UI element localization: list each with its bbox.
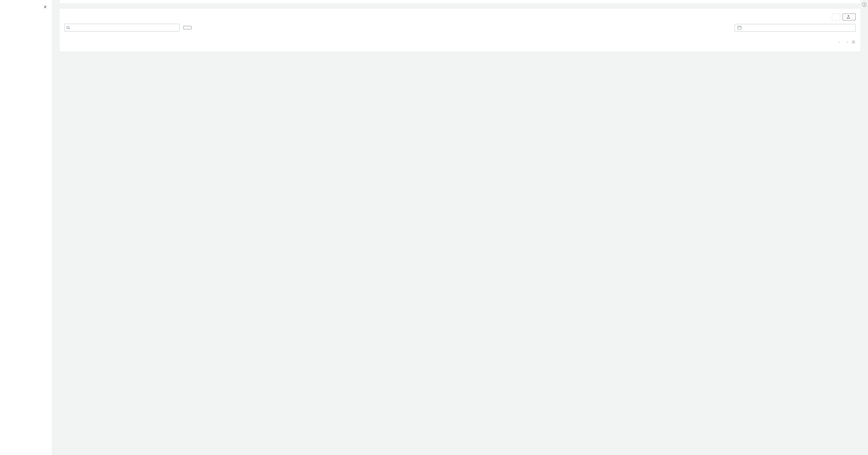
close-icon[interactable]: ✕ <box>43 4 47 10</box>
svg-line-1 <box>69 28 70 29</box>
sidebar: ✕ <box>0 0 52 455</box>
date-range-picker[interactable] <box>735 24 856 31</box>
svg-point-0 <box>67 26 69 28</box>
search-input[interactable] <box>64 24 180 31</box>
messages-panel: ‹ › <box>59 9 861 52</box>
search-button[interactable] <box>183 26 192 29</box>
info-icon[interactable]: i <box>862 2 867 7</box>
search-icon <box>66 26 70 30</box>
calendar-icon <box>738 26 741 30</box>
main-content: i <box>52 0 868 455</box>
view-details-button[interactable] <box>832 13 840 20</box>
export-icon <box>847 15 850 19</box>
pagination: ‹ › <box>60 38 861 47</box>
prev-page-icon[interactable]: ‹ <box>838 40 840 44</box>
charts-card <box>59 0 861 4</box>
svg-point-2 <box>853 41 854 43</box>
export-button[interactable] <box>843 13 856 20</box>
settings-icon[interactable] <box>851 40 856 44</box>
next-page-icon[interactable]: › <box>847 40 848 44</box>
